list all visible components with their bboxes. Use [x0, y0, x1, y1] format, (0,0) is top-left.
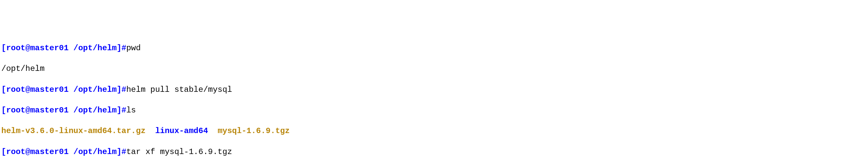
ls-file-dir: linux-amd64	[155, 126, 208, 135]
command-text: helm pull stable/mysql	[126, 85, 232, 94]
terminal-line-2: [root@master01 /opt/helm]#helm pull stab…	[1, 84, 867, 95]
shell-prompt: [root@master01 /opt/helm]#	[1, 148, 126, 156]
command-text: ls	[126, 106, 136, 115]
command-text: pwd	[126, 44, 141, 52]
command-text: tar xf mysql-1.6.9.tgz	[126, 148, 232, 156]
shell-prompt: [root@master01 /opt/helm]#	[1, 85, 126, 94]
shell-prompt: [root@master01 /opt/helm]#	[1, 44, 126, 52]
ls-output: helm-v3.6.0-linux-amd64.tar.gz linux-amd…	[1, 126, 867, 136]
ls-sep	[146, 126, 155, 135]
ls-file-archive: helm-v3.6.0-linux-amd64.tar.gz	[1, 126, 146, 135]
terminal-line-4: [root@master01 /opt/helm]#tar xf mysql-1…	[1, 147, 867, 157]
ls-file-archive: mysql-1.6.9.tgz	[218, 126, 290, 135]
terminal-line-3: [root@master01 /opt/helm]#ls	[1, 105, 867, 116]
shell-prompt: [root@master01 /opt/helm]#	[1, 106, 126, 115]
ls-sep	[208, 126, 218, 135]
terminal-line-1: [root@master01 /opt/helm]#pwd	[1, 43, 867, 53]
output-pwd: /opt/helm	[1, 64, 867, 74]
